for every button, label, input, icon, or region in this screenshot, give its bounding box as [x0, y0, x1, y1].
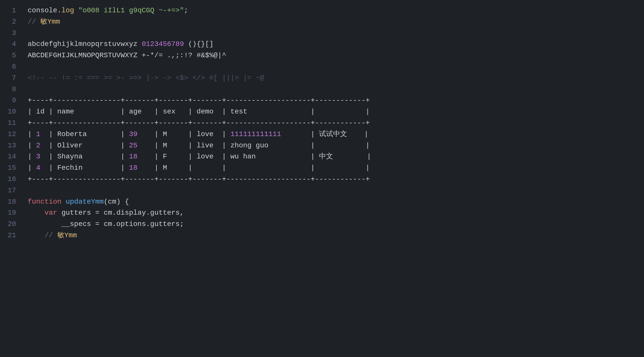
line-num-9: 9	[5, 95, 16, 106]
code-line-14: | 3 | Shayna | 18 | F | love | wu han | …	[28, 151, 639, 162]
line-num-2: 2	[5, 16, 16, 28]
code-line-9: +----+----------------+-------+-------+-…	[28, 95, 639, 106]
code-line-13: | 2 | Oliver | 25 | M | live | zhong guo…	[28, 140, 639, 151]
code-line-15: | 4 | Fechin | 18 | M | | | |	[28, 162, 639, 174]
line-num-11: 11	[5, 117, 16, 129]
line-num-8: 8	[5, 84, 16, 95]
line-numbers: 1 2 3 4 5 6 7 8 9 10 11 12 13 14 15 16 1…	[0, 0, 20, 357]
line-num-5: 5	[5, 50, 16, 61]
line-num-15: 15	[5, 162, 16, 174]
code-line-12: | 1 | Roberta | 39 | M | love | 11111111…	[28, 129, 639, 140]
code-line-18: function updateYmm(cm) {	[28, 196, 639, 208]
code-line-2: // 敏Ymm	[28, 16, 639, 28]
line-num-10: 10	[5, 106, 16, 117]
line-num-14: 14	[5, 151, 16, 162]
code-line-6	[28, 61, 639, 73]
code-line-19: var gutters = cm.display.gutters,	[28, 207, 639, 219]
line-num-3: 3	[5, 28, 16, 39]
line-num-20: 20	[5, 219, 16, 230]
code-line-5: ABCDEFGHIJKLMNOPQRSTUVWXYZ +-*/= .,;:!? …	[28, 50, 639, 61]
line-num-4: 4	[5, 39, 16, 50]
code-line-1: console.log "o008 iIlL1 g9qCGQ ~-+=>";	[28, 5, 639, 16]
code-line-20: __specs = cm.options.gutters;	[28, 219, 639, 230]
line-num-19: 19	[5, 207, 16, 219]
code-editor[interactable]: console.log "o008 iIlL1 g9qCGQ ~-+=>"; /…	[20, 0, 644, 357]
code-line-4: abcdefghijklmnopqrstuvwxyz 0123456789 ()…	[28, 39, 639, 50]
line-num-12: 12	[5, 129, 16, 140]
code-line-7: <!-- -- != := === >= >- >=> |-> -> <$> <…	[28, 73, 639, 84]
code-line-21: // 敏Ymm	[28, 230, 639, 241]
line-num-13: 13	[5, 140, 16, 151]
line-num-16: 16	[5, 174, 16, 185]
line-num-21: 21	[5, 230, 16, 241]
line-num-1: 1	[5, 5, 16, 16]
line-num-7: 7	[5, 73, 16, 84]
code-line-3	[28, 28, 639, 39]
code-line-16: +----+----------------+-------+-------+-…	[28, 174, 639, 185]
code-line-17	[28, 185, 639, 196]
line-num-18: 18	[5, 196, 16, 208]
code-line-10: | id | name | age | sex | demo | test | …	[28, 106, 639, 117]
line-num-17: 17	[5, 185, 16, 196]
code-line-11: +----+----------------+-------+-------+-…	[28, 117, 639, 129]
line-num-6: 6	[5, 61, 16, 73]
code-line-8	[28, 84, 639, 95]
